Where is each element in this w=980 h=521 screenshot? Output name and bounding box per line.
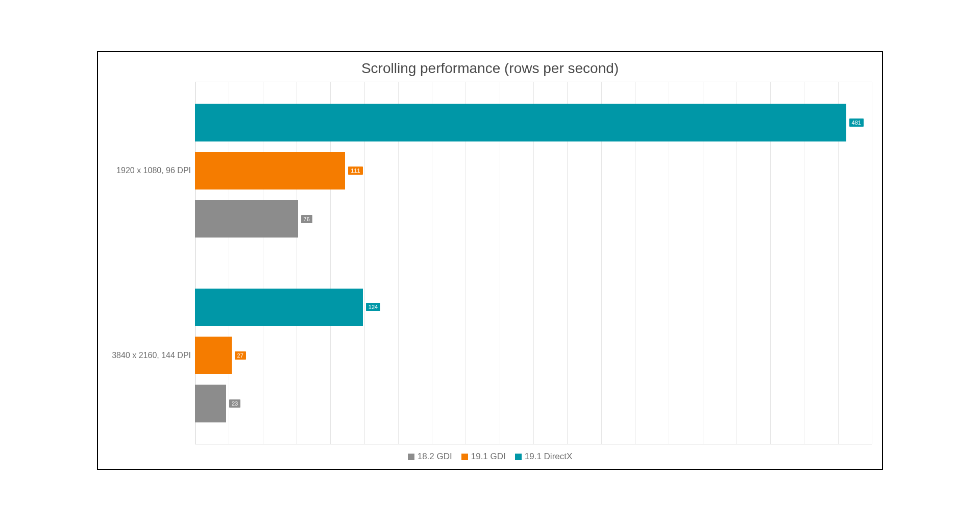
legend-item: 19.1 GDI: [461, 452, 506, 462]
bar: 481: [195, 104, 872, 141]
legend: 18.2 GDI19.1 GDI19.1 DirectX: [108, 444, 872, 464]
bar-fill: [195, 152, 345, 190]
bar-value-label: 76: [301, 215, 312, 223]
plot-area: 481111761242723: [195, 82, 872, 444]
legend-label: 19.1 DirectX: [525, 452, 573, 462]
bar-value-label: 111: [348, 167, 362, 175]
bar-fill: [195, 289, 363, 326]
legend-label: 18.2 GDI: [418, 452, 452, 462]
category-label: 3840 x 2160, 144 DPI: [112, 351, 191, 360]
bar-value-label: 27: [235, 351, 246, 360]
legend-item: 18.2 GDI: [408, 452, 452, 462]
legend-swatch: [408, 454, 414, 460]
bar-value-label: 23: [229, 399, 240, 408]
chart-container: Scrolling performance (rows per second) …: [97, 51, 883, 470]
bar-value-label: 124: [366, 303, 380, 311]
bar: 27: [195, 337, 872, 374]
y-axis-labels: 1920 x 1080, 96 DPI3840 x 2160, 144 DPI: [108, 82, 195, 444]
bar: 111: [195, 152, 872, 190]
bar-fill: [195, 337, 232, 374]
bar: 23: [195, 385, 872, 422]
gridline: [872, 82, 872, 444]
bar: 76: [195, 200, 872, 238]
legend-label: 19.1 GDI: [471, 452, 506, 462]
bar-value-label: 481: [849, 119, 864, 127]
legend-swatch: [515, 454, 522, 460]
plot-row: 1920 x 1080, 96 DPI3840 x 2160, 144 DPI …: [108, 82, 872, 444]
bar-fill: [195, 200, 298, 238]
category-label: 1920 x 1080, 96 DPI: [116, 166, 191, 175]
bar-fill: [195, 104, 846, 141]
legend-swatch: [461, 454, 468, 460]
chart-title: Scrolling performance (rows per second): [108, 57, 872, 82]
legend-item: 19.1 DirectX: [515, 452, 573, 462]
bar-fill: [195, 385, 226, 422]
bar: 124: [195, 289, 872, 326]
